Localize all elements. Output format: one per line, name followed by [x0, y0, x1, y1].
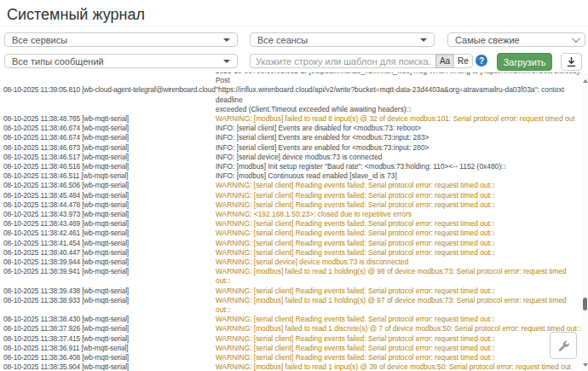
log-message: WARNING: [serial client] Reading events … — [216, 334, 494, 343]
message-types-select-value: Все типы сообщений — [12, 56, 218, 67]
log-row-body: INFO: [serial client] Events are enabled… — [216, 143, 581, 153]
log-service-tag: [wb-mqtt-serial] — [82, 219, 129, 228]
services-select[interactable]: Все сервисы — [4, 32, 238, 47]
freshness-select-value: Самые свежие — [455, 35, 567, 45]
regex-toggle[interactable]: Re — [453, 54, 473, 68]
log-message-continuation: exceeded (Client.Timeout exceeded while … — [216, 105, 581, 114]
log-row-meta: 08-10-2025 11:38:46.516 [wb-mqtt-serial] — [3, 162, 216, 171]
scroll-down-icon[interactable] — [583, 363, 588, 367]
log-timestamp: 08-10-2025 11:38:46.516 — [3, 162, 80, 171]
log-service-tag: [wb-mqtt-serial] — [82, 248, 129, 257]
log-row-body: INFO: [modbus] Init setup register "Baud… — [216, 162, 581, 171]
log-row-meta: 08-10-2025 11:38:39.941 [wb-mqtt-serial] — [3, 267, 216, 276]
log-row-meta: 08-10-2025 11:38:46.506 [wb-mqtt-serial] — [3, 181, 216, 190]
log-viewport: 2025-10-08T08:39:05.862 E! [outputs.infl… — [3, 72, 581, 371]
log-row-meta: 08-10-2025 11:38:35.904 [wb-mqtt-serial] — [3, 362, 216, 371]
log-row-body: INFO: [serial client] Events are enabled… — [216, 133, 581, 142]
log-message: WARNING: [modbus] failed to read 1 holdi… — [216, 267, 567, 285]
log-service-tag: [wb-mqtt-serial] — [82, 171, 129, 180]
scroll-up-icon[interactable] — [583, 79, 588, 83]
log-timestamp: 08-10-2025 11:38:41.454 — [3, 239, 80, 247]
log-row-body: WARNING: [serial client] Reading events … — [216, 353, 581, 362]
log-service-tag: [wb-mqtt-serial] — [82, 133, 129, 142]
log-message: INFO: [modbus] Continuous read enabled [… — [216, 171, 397, 180]
log-row-body: INFO: [serial client] Events are disable… — [216, 124, 581, 133]
log-message: WARNING: [modbus] failed to read 1 discr… — [216, 324, 580, 333]
log-timestamp: 08-10-2025 11:38:46.674 — [3, 124, 80, 132]
download-icon — [566, 56, 577, 67]
log-row-meta: 08-10-2025 11:38:39.438 [wb-mqtt-serial] — [3, 287, 216, 296]
log-row: 08-10-2025 11:38:42.461 [wb-mqtt-serial]… — [3, 229, 581, 238]
log-message: WARNING: [serial client] Reading events … — [216, 353, 494, 362]
log-row-meta: 08-10-2025 11:38:46.674 [wb-mqtt-serial] — [3, 124, 216, 133]
sessions-select[interactable]: Все сеансы — [250, 32, 435, 47]
log-row-body: WARNING: [serial client] Reading events … — [216, 229, 581, 238]
log-scrollbar[interactable] — [582, 72, 588, 371]
log-row-meta: 08-10-2025 11:39:05.810 [wb-cloud-agent-… — [3, 85, 216, 95]
log-row-body: WARNING: [serial client] Reading events … — [216, 239, 581, 248]
load-button-label: Загрузить — [503, 57, 545, 67]
log-row: 2025-10-08T08:39:05.862 E! [outputs.infl… — [3, 72, 581, 85]
log-service-tag: [wb-mqtt-serial] — [82, 162, 129, 171]
log-row-body: 2025-10-08T08:39:05.862 E! [outputs.infl… — [216, 72, 581, 85]
log-timestamp: 08-10-2025 11:38:36.911 — [3, 344, 79, 352]
log-message: WARNING: <192.168.1.50:23>: closed due t… — [216, 210, 412, 218]
log-message: WARNING: [serial client] Reading events … — [216, 200, 494, 209]
log-row-meta: 08-10-2025 11:38:41.454 [wb-mqtt-serial] — [3, 239, 216, 248]
log-row-meta: 08-10-2025 11:38:39.944 [wb-mqtt-serial] — [3, 258, 216, 267]
log-service-tag: [wb-mqtt-serial] — [82, 324, 129, 333]
settings-fab-button[interactable] — [550, 332, 577, 359]
log-row-meta: 08-10-2025 11:38:37.926 [wb-mqtt-serial] — [3, 324, 216, 333]
log-row-meta: 08-10-2025 11:38:36.911 [wb-mqtt-serial] — [3, 344, 216, 353]
log-row-meta: 08-10-2025 11:38:36.408 [wb-mqtt-serial] — [3, 353, 216, 362]
log-service-tag: [wb-mqtt-serial] — [82, 200, 129, 209]
log-timestamp: 08-10-2025 11:38:46.674 — [3, 133, 80, 142]
log-message: WARNING: [serial client] Reading events … — [216, 191, 494, 200]
log-message: INFO: [serial client] Events are enabled… — [216, 133, 429, 142]
log-row: 08-10-2025 11:38:44.478 [wb-mqtt-serial]… — [3, 200, 581, 210]
log-timestamp: 08-10-2025 11:38:39.941 — [3, 267, 80, 275]
log-message: WARNING: [serial client] Reading events … — [216, 229, 494, 237]
log-message: WARNING: [modbus] failed to read 8 input… — [216, 114, 575, 123]
caret-down-icon — [223, 60, 230, 63]
log-message: INFO: [serial device] device modbus:73 i… — [216, 153, 383, 161]
log-row: 08-10-2025 11:38:43.469 [wb-mqtt-serial]… — [3, 219, 581, 229]
log-row-body: WARNING: <192.168.1.50:23>: closed due t… — [216, 210, 581, 219]
log-service-tag: [wb-mqtt-serial] — [82, 153, 129, 161]
load-button[interactable]: Загрузить — [497, 53, 552, 71]
log-timestamp: 08-10-2025 11:38:43.973 — [3, 210, 80, 218]
scrollbar-thumb[interactable] — [583, 298, 587, 310]
log-row: 08-10-2025 11:38:36.408 [wb-mqtt-serial]… — [3, 353, 581, 362]
log-timestamp: 08-10-2025 11:38:40.447 — [3, 248, 80, 257]
message-types-select[interactable]: Все типы сообщений — [4, 54, 238, 68]
log-row-meta: 08-10-2025 11:38:45.484 [wb-mqtt-serial] — [3, 191, 216, 200]
log-row-body: WARNING: [modbus] failed to read 1 input… — [216, 362, 581, 371]
log-row-meta: 08-10-2025 11:38:44.478 [wb-mqtt-serial] — [3, 200, 216, 210]
log-row-body: WARNING: [serial client] Reading events … — [216, 315, 581, 324]
log-row-body: WARNING: [serial client] Reading events … — [216, 219, 581, 229]
download-button[interactable] — [561, 53, 582, 71]
freshness-select[interactable]: Самые свежие — [447, 32, 585, 47]
log-row: 08-10-2025 11:38:38.430 [wb-mqtt-serial]… — [3, 315, 581, 324]
log-row-meta: 08-10-2025 11:38:38.430 [wb-mqtt-serial] — [3, 315, 216, 324]
question-icon[interactable]: ? — [476, 55, 487, 67]
log-row: 08-10-2025 11:38:37.415 [wb-mqtt-serial]… — [3, 334, 581, 344]
caret-down-icon — [223, 38, 230, 42]
log-service-tag: [wb-mqtt-serial] — [82, 344, 129, 352]
log-row: 08-10-2025 11:38:41.454 [wb-mqtt-serial]… — [3, 239, 581, 248]
search-input[interactable] — [250, 54, 435, 68]
log-row-meta: 08-10-2025 11:38:43.973 [wb-mqtt-serial] — [3, 210, 216, 219]
search-group: Aa Re — [250, 54, 473, 68]
log-service-tag: [wb-mqtt-serial] — [82, 287, 129, 295]
log-row-body: WARNING: [modbus] failed to read 1 holdi… — [216, 267, 581, 286]
log-row: 08-10-2025 11:38:45.484 [wb-mqtt-serial]… — [3, 191, 581, 200]
log-message: WARNING: [serial client] Reading events … — [216, 248, 494, 257]
log-row: 08-10-2025 11:38:46.506 [wb-mqtt-serial]… — [3, 181, 581, 190]
case-sensitive-toggle[interactable]: Aa — [435, 54, 453, 68]
log-message: INFO: [serial client] Events are disable… — [216, 124, 421, 132]
log-row: 08-10-2025 11:38:35.904 [wb-mqtt-serial]… — [3, 362, 581, 371]
page-header: Системный журнал — [0, 0, 588, 26]
log-message: "https://influx.wirenboard.cloud/api/v2/… — [216, 85, 564, 103]
log-timestamp: 08-10-2025 11:38:39.438 — [3, 287, 80, 295]
log-row-body: WARNING: [serial client] Reading events … — [216, 287, 581, 296]
